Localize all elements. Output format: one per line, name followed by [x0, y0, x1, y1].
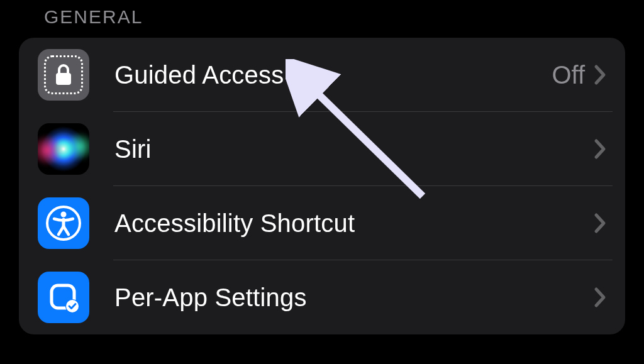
- row-label: Siri: [114, 135, 594, 163]
- chevron-right-icon: [594, 64, 608, 85]
- chevron-right-icon: [594, 212, 608, 234]
- svg-point-2: [61, 212, 67, 218]
- settings-section: GENERAL Guided Access Off Siri: [0, 0, 644, 334]
- chevron-right-icon: [594, 287, 608, 308]
- siri-icon: [38, 123, 89, 175]
- row-value: Off: [552, 61, 585, 89]
- row-label: Per-App Settings: [114, 284, 594, 312]
- lock-icon: [55, 64, 72, 85]
- row-label: Guided Access: [114, 61, 552, 89]
- settings-card: Guided Access Off Siri: [19, 38, 625, 334]
- guided-access-icon: [38, 49, 89, 101]
- per-app-settings-icon: [38, 272, 89, 323]
- row-accessibility-shortcut[interactable]: Accessibility Shortcut: [31, 186, 613, 260]
- row-guided-access[interactable]: Guided Access Off: [31, 38, 613, 112]
- svg-rect-0: [56, 73, 71, 85]
- accessibility-icon: [38, 197, 89, 249]
- section-header-general: GENERAL: [44, 6, 625, 28]
- row-per-app-settings[interactable]: Per-App Settings: [31, 260, 613, 334]
- row-label: Accessibility Shortcut: [114, 209, 594, 238]
- chevron-right-icon: [594, 138, 608, 160]
- row-siri[interactable]: Siri: [31, 112, 613, 186]
